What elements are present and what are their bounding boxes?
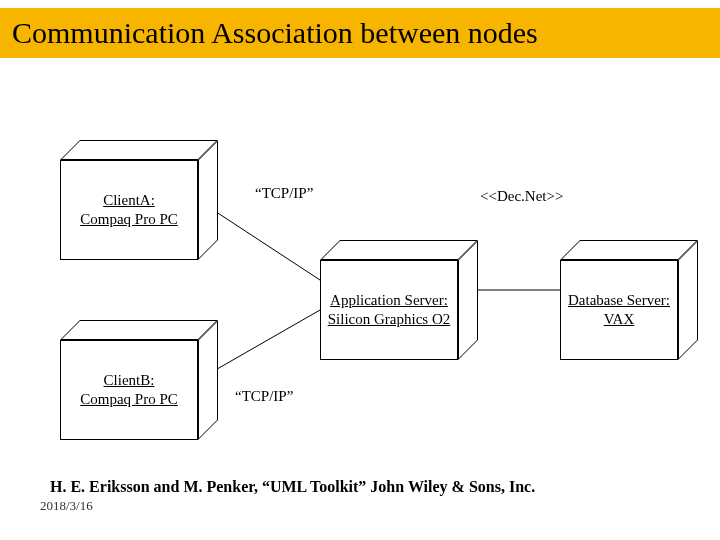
footer-date: 2018/3/16 (40, 498, 93, 514)
label-decnet: <<Dec.Net>> (480, 188, 563, 205)
node-client-a-label: ClientA:Compaq Pro PC (80, 191, 178, 229)
label-tcpip-bottom: “TCP/IP” (235, 388, 293, 405)
node-db-server-label: Database Server:VAX (568, 291, 670, 329)
footer-citation: H. E. Eriksson and M. Penker, “UML Toolk… (50, 478, 535, 496)
node-client-b-label: ClientB:Compaq Pro PC (80, 371, 178, 409)
label-tcpip-top: “TCP/IP” (255, 185, 313, 202)
node-app-server-label: Application Server:Silicon Graphics O2 (328, 291, 450, 329)
title-bar: Communication Association between nodes (0, 8, 720, 58)
page-title: Communication Association between nodes (12, 16, 538, 50)
